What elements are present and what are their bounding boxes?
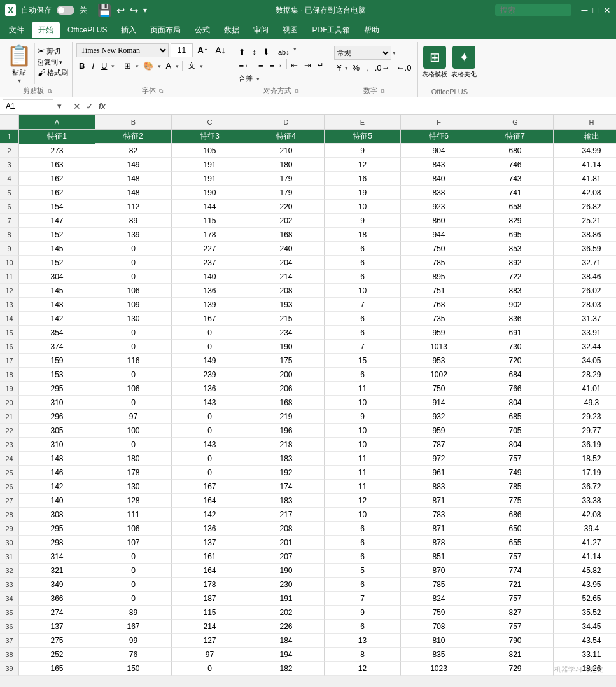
redo-icon[interactable]: ↪ — [130, 4, 138, 17]
cell-b19[interactable]: 106 — [95, 382, 172, 396]
cell-f39[interactable]: 1023 — [401, 662, 477, 676]
cell-b12[interactable]: 106 — [95, 284, 172, 298]
cell-c1[interactable]: 特征3 — [172, 130, 248, 144]
cell-g39[interactable]: 729 — [477, 662, 554, 676]
cell-c20[interactable]: 143 — [172, 396, 248, 410]
underline-btn[interactable]: U — [99, 60, 109, 72]
row-num-27[interactable]: 27 — [0, 494, 19, 508]
cell-a30[interactable]: 298 — [19, 536, 95, 550]
cell-c26[interactable]: 167 — [172, 480, 248, 494]
cell-b34[interactable]: 0 — [95, 592, 172, 606]
cell-f18[interactable]: 1002 — [401, 368, 477, 382]
cell-e24[interactable]: 11 — [325, 452, 401, 466]
cell-h26[interactable]: 36.72 — [554, 480, 616, 494]
cell-b38[interactable]: 76 — [95, 648, 172, 662]
cell-h37[interactable]: 43.54 — [554, 634, 616, 648]
cell-h25[interactable]: 17.19 — [554, 466, 616, 480]
cell-a22[interactable]: 305 — [19, 424, 95, 438]
cell-b27[interactable]: 128 — [95, 494, 172, 508]
cell-b1[interactable]: 特征2 — [95, 130, 172, 144]
cell-e32[interactable]: 5 — [325, 564, 401, 578]
cell-f1[interactable]: 特征6 — [401, 130, 477, 144]
cell-f2[interactable]: 904 — [401, 144, 477, 158]
cell-c5[interactable]: 190 — [172, 186, 248, 200]
row-num-31[interactable]: 31 — [0, 550, 19, 564]
cell-c4[interactable]: 191 — [172, 172, 248, 186]
cell-e17[interactable]: 15 — [325, 354, 401, 368]
cell-e34[interactable]: 7 — [325, 592, 401, 606]
cell-b4[interactable]: 148 — [95, 172, 172, 186]
cell-d34[interactable]: 191 — [248, 592, 325, 606]
decrease-font-btn[interactable]: A↓ — [213, 44, 228, 57]
cell-h23[interactable]: 36.19 — [554, 438, 616, 452]
cell-f35[interactable]: 759 — [401, 606, 477, 620]
cell-f32[interactable]: 870 — [401, 564, 477, 578]
cell-a19[interactable]: 295 — [19, 382, 95, 396]
cell-h4[interactable]: 41.81 — [554, 172, 616, 186]
cell-a34[interactable]: 366 — [19, 592, 95, 606]
cell-a20[interactable]: 310 — [19, 396, 95, 410]
cell-b29[interactable]: 106 — [95, 522, 172, 536]
cell-f4[interactable]: 840 — [401, 172, 477, 186]
font-color-btn[interactable]: A — [163, 60, 174, 72]
cell-h11[interactable]: 38.46 — [554, 270, 616, 284]
cell-h24[interactable]: 18.52 — [554, 452, 616, 466]
row-num-39[interactable]: 39 — [0, 662, 19, 676]
thousand-btn[interactable]: , — [363, 62, 371, 74]
cell-g38[interactable]: 821 — [477, 648, 554, 662]
cell-c25[interactable]: 0 — [172, 466, 248, 480]
menu-review[interactable]: 审阅 — [247, 22, 275, 38]
cell-d9[interactable]: 240 — [248, 242, 325, 256]
cell-g15[interactable]: 691 — [477, 326, 554, 340]
cell-e7[interactable]: 9 — [325, 214, 401, 228]
cell-d16[interactable]: 190 — [248, 340, 325, 354]
fill-color-btn[interactable]: 🎨 — [141, 60, 156, 72]
cell-h6[interactable]: 26.82 — [554, 200, 616, 214]
cell-g29[interactable]: 650 — [477, 522, 554, 536]
cell-e20[interactable]: 10 — [325, 396, 401, 410]
row-num-26[interactable]: 26 — [0, 480, 19, 494]
cell-h38[interactable]: 33.11 — [554, 648, 616, 662]
cell-g36[interactable]: 757 — [477, 620, 554, 634]
cell-b3[interactable]: 149 — [95, 158, 172, 172]
col-header-h[interactable]: H — [554, 115, 616, 129]
align-top-btn[interactable]: ⬆ — [236, 46, 248, 58]
cell-d7[interactable]: 202 — [248, 214, 325, 228]
autosave-toggle[interactable] — [57, 6, 74, 15]
cell-h28[interactable]: 42.08 — [554, 508, 616, 522]
cell-d20[interactable]: 168 — [248, 396, 325, 410]
row-num-16[interactable]: 16 — [0, 340, 19, 354]
cell-d5[interactable]: 179 — [248, 186, 325, 200]
cell-d2[interactable]: 210 — [248, 144, 325, 158]
cell-c13[interactable]: 139 — [172, 298, 248, 312]
cell-b18[interactable]: 0 — [95, 368, 172, 382]
cell-f5[interactable]: 838 — [401, 186, 477, 200]
cell-h29[interactable]: 39.4 — [554, 522, 616, 536]
cancel-formula-btn[interactable]: ✕ — [71, 101, 83, 111]
cell-c28[interactable]: 142 — [172, 508, 248, 522]
cell-f14[interactable]: 735 — [401, 312, 477, 326]
align-bottom-btn[interactable]: ⬇ — [260, 46, 272, 58]
row-num-14[interactable]: 14 — [0, 312, 19, 326]
cell-c29[interactable]: 136 — [172, 522, 248, 536]
align-right-btn[interactable]: ≡→ — [267, 59, 286, 71]
row-num-13[interactable]: 13 — [0, 298, 19, 312]
align-expand[interactable]: ⧉ — [295, 88, 298, 94]
col-header-c[interactable]: C — [172, 115, 248, 129]
cell-h7[interactable]: 25.21 — [554, 214, 616, 228]
cell-f17[interactable]: 953 — [401, 354, 477, 368]
cell-a28[interactable]: 308 — [19, 508, 95, 522]
formula-dropdown[interactable]: ▾ — [56, 101, 63, 111]
cell-g9[interactable]: 853 — [477, 242, 554, 256]
cell-d6[interactable]: 220 — [248, 200, 325, 214]
row-num-9[interactable]: 9 — [0, 242, 19, 256]
cell-e29[interactable]: 6 — [325, 522, 401, 536]
menu-pdf[interactable]: PDF工具箱 — [305, 22, 356, 38]
menu-view[interactable]: 视图 — [276, 22, 304, 38]
cell-f29[interactable]: 871 — [401, 522, 477, 536]
text-direction-btn[interactable]: ab↕ — [276, 46, 292, 58]
cell-f10[interactable]: 785 — [401, 256, 477, 270]
cell-c2[interactable]: 105 — [172, 144, 248, 158]
cell-d23[interactable]: 218 — [248, 438, 325, 452]
cell-b2[interactable]: 82 — [95, 144, 172, 158]
